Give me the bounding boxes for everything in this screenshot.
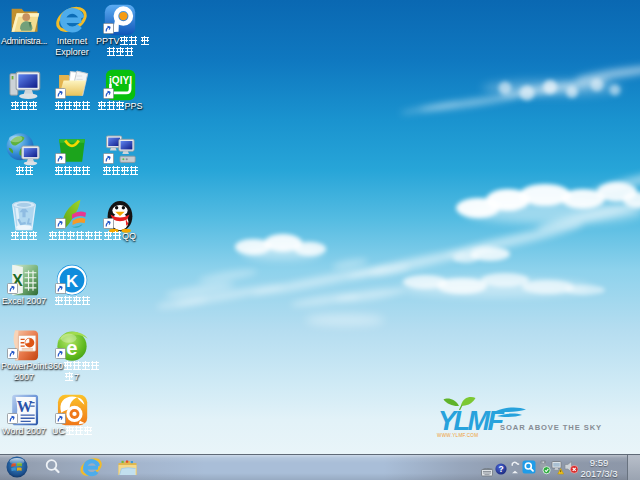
svg-text:?: ? — [498, 464, 503, 474]
svg-text:SOAR ABOVE THE SKY: SOAR ABOVE THE SKY — [500, 423, 602, 432]
svg-text:W: W — [17, 398, 33, 415]
svg-text:K: K — [66, 272, 79, 291]
svg-text:e: e — [66, 337, 77, 359]
svg-text:WWW.YLMF.COM: WWW.YLMF.COM — [437, 433, 478, 438]
svg-text:YLMF: YLMF — [438, 406, 505, 436]
